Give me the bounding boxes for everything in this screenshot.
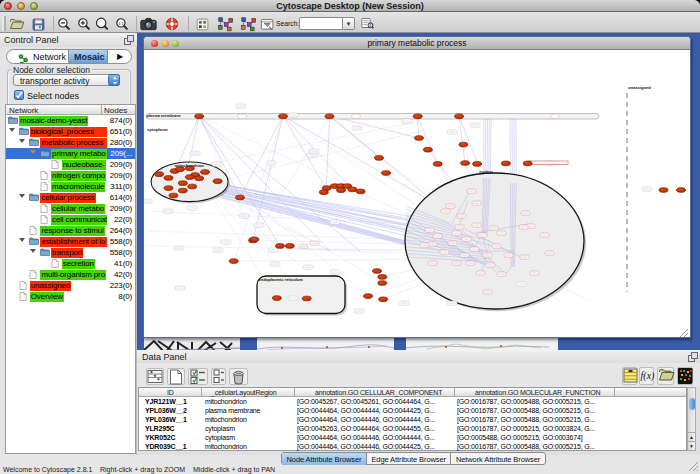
svg-text:f(x): f(x) xyxy=(641,370,655,382)
svg-text:endoplasmic reticulum: endoplasmic reticulum xyxy=(258,277,303,282)
svg-text:mitochondrion: mitochondrion xyxy=(175,163,205,168)
svg-text:plasma membrane: plasma membrane xyxy=(147,113,182,118)
svg-text:cytoplasm: cytoplasm xyxy=(147,127,168,132)
svg-text:unassigned: unassigned xyxy=(628,85,651,90)
svg-text:1:1: 1:1 xyxy=(118,20,124,25)
svg-text:nucleus: nucleus xyxy=(479,170,493,174)
